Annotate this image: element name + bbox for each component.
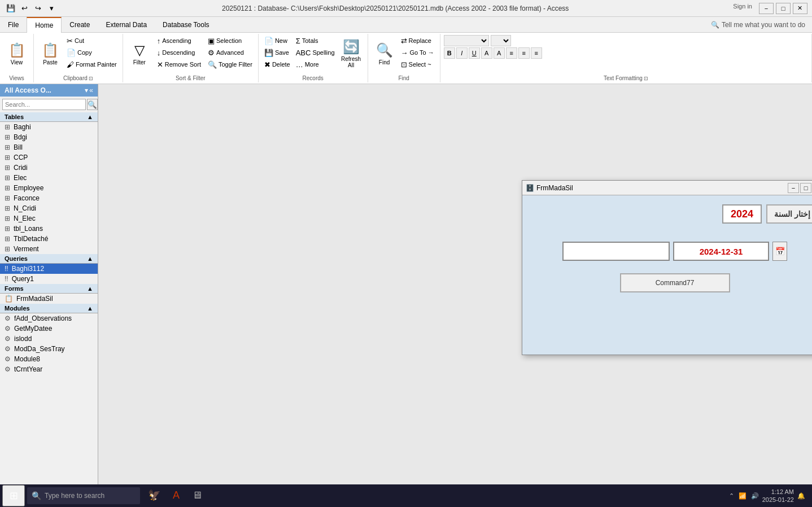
replace-button[interactable]: ⇄ Replace xyxy=(399,35,436,46)
nav-item-tbldetache[interactable]: ⊞TblDetaché xyxy=(0,234,98,244)
start-button[interactable]: ⊞ xyxy=(2,485,25,506)
ascending-button[interactable]: ↑ Ascending xyxy=(155,35,203,46)
qa-dropdown-btn[interactable]: ▾ xyxy=(45,2,58,15)
nav-item-ncridi[interactable]: ⊞N_Cridi xyxy=(0,203,98,213)
save-quick-btn[interactable]: 💾 xyxy=(5,2,17,15)
nav-item-verment[interactable]: ⊞Verment xyxy=(0,244,98,254)
browser-icon: 🦅 xyxy=(148,489,160,501)
tab-database-tools[interactable]: Database Tools xyxy=(155,17,217,32)
remove-sort-button[interactable]: ✕ Remove Sort xyxy=(155,59,203,70)
spelling-button[interactable]: ABC Spelling xyxy=(294,47,337,58)
tab-external-data[interactable]: External Data xyxy=(98,17,155,32)
nav-item-bill[interactable]: ⊞Bill xyxy=(0,142,98,152)
find-icon: 🔍 xyxy=(376,42,393,58)
copy-button[interactable]: 📄 Copy xyxy=(64,47,119,58)
dialog-minimize-btn[interactable]: − xyxy=(788,183,799,193)
text-format-dialog-btn[interactable]: ⊡ xyxy=(644,76,648,81)
format-painter-label: Format Painter xyxy=(76,61,117,68)
maximize-btn[interactable]: □ xyxy=(776,3,791,14)
advanced-button[interactable]: ⚙ Advanced xyxy=(206,47,255,58)
view-button[interactable]: 📋 View xyxy=(4,35,30,72)
close-btn[interactable]: ✕ xyxy=(793,3,807,14)
taskbar-item-monitor[interactable]: 🖥 xyxy=(186,485,208,506)
cut-button[interactable]: ✂ Cut xyxy=(64,35,119,46)
nav-collapse-btn[interactable]: « xyxy=(89,86,93,94)
clipboard-dialog-btn[interactable]: ⊡ xyxy=(89,76,93,81)
find-button[interactable]: 🔍 Find xyxy=(372,35,398,72)
undo-btn[interactable]: ↩ xyxy=(18,2,30,15)
dialog-maximize-btn[interactable]: □ xyxy=(800,183,811,193)
nav-item-modda[interactable]: ⚙ModDa_SesTray xyxy=(0,344,98,354)
nav-item-baghi[interactable]: ⊞Baghi xyxy=(0,122,98,132)
group-records: 📄 New 💾 Save ✖ Delete Σ Totals xyxy=(259,34,368,82)
sign-in-link[interactable]: Sign in xyxy=(733,3,752,14)
nav-item-baghi3112[interactable]: !!Baghi3112 xyxy=(0,264,98,274)
filter-button[interactable]: ▽ Filter xyxy=(126,35,152,72)
paste-button[interactable]: 📋 Paste xyxy=(37,35,63,72)
new-button[interactable]: 📄 New xyxy=(262,35,293,46)
date-field[interactable] xyxy=(673,242,769,261)
font-family-select[interactable] xyxy=(444,35,489,46)
search-input[interactable] xyxy=(2,99,86,110)
nav-item-employee[interactable]: ⊞Employee xyxy=(0,183,98,193)
underline-button[interactable]: U xyxy=(469,47,480,59)
modules-collapse-btn[interactable]: ▲ xyxy=(87,305,93,312)
align-right-btn[interactable]: ≡ xyxy=(531,47,542,59)
toggle-filter-button[interactable]: 🔍 Toggle Filter xyxy=(206,59,255,70)
views-group-label: Views xyxy=(9,74,24,81)
calendar-button[interactable]: 📅 xyxy=(772,242,787,261)
nav-item-islodd[interactable]: ⚙islodd xyxy=(0,334,98,344)
tab-create[interactable]: Create xyxy=(62,17,98,32)
text-field-1[interactable] xyxy=(562,242,670,261)
nav-item-bdgi[interactable]: ⊞Bdgi xyxy=(0,132,98,142)
select-button[interactable]: ⊡ Select ~ xyxy=(399,59,436,70)
refresh-all-button[interactable]: 🔄 Refresh All xyxy=(338,35,364,72)
totals-button[interactable]: Σ Totals xyxy=(294,35,337,46)
highlight-btn[interactable]: A xyxy=(481,47,492,59)
minimize-btn[interactable]: − xyxy=(759,3,774,14)
tables-collapse-btn[interactable]: ▲ xyxy=(87,113,93,120)
nav-item-nelec[interactable]: ⊞N_Elec xyxy=(0,213,98,224)
goto-button[interactable]: → Go To → xyxy=(399,47,436,58)
nav-item-tblloans[interactable]: ⊞tbl_Loans xyxy=(0,224,98,234)
nav-item-module8[interactable]: ⚙Module8 xyxy=(0,354,98,364)
italic-button[interactable]: I xyxy=(456,47,468,59)
nav-item-tcrntyr[interactable]: ⚙tCrntYear xyxy=(0,364,98,374)
search-button[interactable]: 🔍 xyxy=(87,99,98,110)
more-button[interactable]: … More xyxy=(294,59,337,70)
nav-item-elec[interactable]: ⊞Elec xyxy=(0,173,98,183)
nav-item-fadd[interactable]: ⚙fAdd_Observations xyxy=(0,313,98,324)
redo-btn[interactable]: ↪ xyxy=(32,2,44,15)
nav-item-frmmadas5il[interactable]: 📋FrmMadaSil xyxy=(0,294,98,304)
records-label-text: Records xyxy=(303,75,324,81)
tab-file[interactable]: File xyxy=(0,17,27,32)
save-record-button[interactable]: 💾 Save xyxy=(262,47,293,58)
taskbar-item-access[interactable]: A xyxy=(167,485,185,506)
queries-collapse-btn[interactable]: ▲ xyxy=(87,255,93,262)
year-input[interactable] xyxy=(722,204,762,224)
nav-item-cridi[interactable]: ⊞Cridi xyxy=(0,163,98,173)
descending-button[interactable]: ↓ Descending xyxy=(155,47,203,58)
tell-me-bar[interactable]: 🔍 Tell me what you want to do xyxy=(704,17,812,32)
color-btn[interactable]: A xyxy=(494,47,505,59)
align-left-btn[interactable]: ≡ xyxy=(506,47,517,59)
nav-item-faconce[interactable]: ⊞Faconce xyxy=(0,193,98,203)
align-center-btn[interactable]: ≡ xyxy=(518,47,530,59)
select-year-button[interactable]: إختار السنة xyxy=(766,204,812,224)
selection-button[interactable]: ▣ Selection xyxy=(206,35,255,46)
taskbar-item-browser[interactable]: 🦅 xyxy=(142,485,166,506)
nav-item-query1[interactable]: !!Query1 xyxy=(0,274,98,284)
tab-home[interactable]: Home xyxy=(27,17,62,33)
forms-collapse-btn[interactable]: ▲ xyxy=(87,285,93,292)
font-size-select[interactable] xyxy=(491,35,511,46)
nav-item-ccp[interactable]: ⊞CCP xyxy=(0,152,98,163)
taskbar-search-bar[interactable]: 🔍 Type here to search xyxy=(27,487,140,504)
format-painter-button[interactable]: 🖌 Format Painter xyxy=(64,59,119,70)
delete-button[interactable]: ✖ Delete xyxy=(262,59,293,70)
bold-button[interactable]: B xyxy=(444,47,455,59)
nav-chevron-btn[interactable]: ▾ xyxy=(85,86,88,94)
nav-item-getmydatee[interactable]: ⚙GetMyDatee xyxy=(0,324,98,334)
tray-expand-icon[interactable]: ⌃ xyxy=(729,492,734,500)
notification-btn[interactable]: 🔔 xyxy=(797,492,805,500)
command77-button[interactable]: Command77 xyxy=(620,273,730,292)
